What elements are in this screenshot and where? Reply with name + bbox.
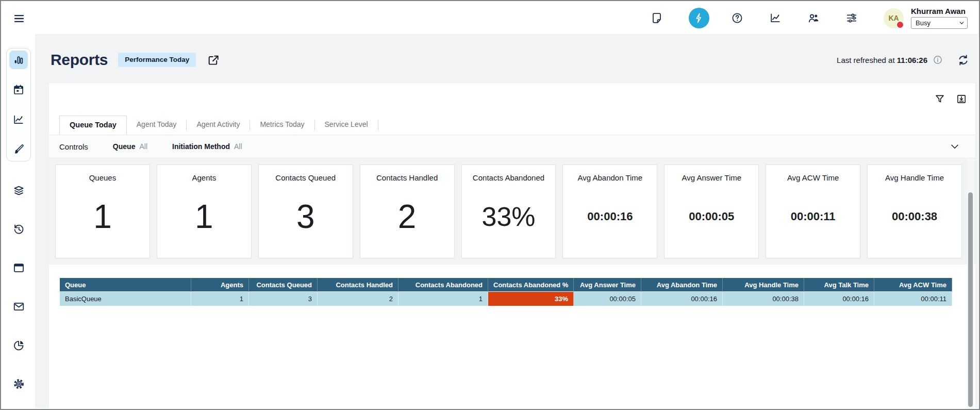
last-refreshed-time: 11:06:26 xyxy=(897,56,927,64)
sidebar xyxy=(2,34,35,408)
metric-value: 00:00:11 xyxy=(791,182,836,258)
metric-card-contacts-queued: Contacts Queued 3 xyxy=(258,165,353,258)
tab-queue-today[interactable]: Queue Today xyxy=(59,116,127,135)
sidebar-secondary xyxy=(11,183,26,410)
page-title: Reports xyxy=(51,51,108,69)
sidebar-nav-card xyxy=(6,48,31,161)
metric-value: 1 xyxy=(93,182,112,258)
lightning-button[interactable] xyxy=(689,8,709,28)
sidebar-item-calendar[interactable] xyxy=(9,80,28,99)
refresh-button[interactable] xyxy=(956,53,970,67)
pie-chart-icon xyxy=(12,339,25,352)
col-avg-abandon-time[interactable]: Avg Abandon Time xyxy=(641,278,723,292)
history-icon xyxy=(12,223,25,236)
queue-filter[interactable]: Queue All xyxy=(113,142,147,151)
last-refreshed-text: Last refreshed at 11:06:26 xyxy=(837,56,927,64)
info-icon[interactable] xyxy=(933,55,943,65)
gear-icon xyxy=(12,378,25,390)
cell-avg-talk-time: 00:00:16 xyxy=(804,292,874,306)
vertical-scrollbar[interactable] xyxy=(967,158,974,408)
col-avg-acw-time[interactable]: Avg ACW Time xyxy=(874,278,952,292)
sliders-icon[interactable] xyxy=(845,12,858,24)
col-contacts-queued[interactable]: Contacts Queued xyxy=(249,278,318,292)
tab-service-level[interactable]: Service Level xyxy=(315,116,378,135)
download-icon[interactable] xyxy=(956,93,967,105)
metric-card-queues: Queues 1 xyxy=(55,165,150,258)
layers-icon xyxy=(12,184,25,197)
metric-label: Contacts Handled xyxy=(376,173,438,182)
avatar[interactable]: KA xyxy=(884,8,904,28)
line-chart-icon xyxy=(12,113,25,126)
help-icon[interactable] xyxy=(731,12,743,24)
metrics-icon[interactable] xyxy=(769,12,782,24)
metric-value: 00:00:38 xyxy=(892,182,937,258)
col-avg-talk-time[interactable]: Avg Talk Time xyxy=(804,278,874,292)
bar-chart-icon xyxy=(12,54,25,66)
user-name: Khurram Awan xyxy=(911,7,966,15)
controls-label: Controls xyxy=(59,142,88,151)
metric-card-avg-handle-time: Avg Handle Time 00:00:38 xyxy=(867,165,962,258)
controls-collapse-button[interactable] xyxy=(949,140,961,153)
metric-card-avg-answer-time: Avg Answer Time 00:00:05 xyxy=(664,165,759,258)
sidebar-item-design[interactable] xyxy=(9,140,28,159)
cell-agents: 1 xyxy=(191,292,249,306)
col-avg-answer-time[interactable]: Avg Answer Time xyxy=(574,278,641,292)
tab-agent-activity[interactable]: Agent Activity xyxy=(187,116,250,135)
tab-metrics-today[interactable]: Metrics Today xyxy=(250,116,314,135)
metric-card-contacts-handled: Contacts Handled 2 xyxy=(360,165,455,258)
sidebar-item-layers[interactable] xyxy=(11,183,26,198)
metric-label: Avg Handle Time xyxy=(885,173,944,182)
col-contacts-handled[interactable]: Contacts Handled xyxy=(318,278,398,292)
metric-card-avg-acw-time: Avg ACW Time 00:00:11 xyxy=(766,165,860,258)
metric-label: Avg Abandon Time xyxy=(578,173,643,182)
hamburger-icon xyxy=(13,12,25,25)
calendar-icon xyxy=(12,84,25,96)
sidebar-item-mail[interactable] xyxy=(11,299,26,314)
initiation-method-filter-name: Initiation Method xyxy=(172,142,230,151)
page-header: Reports Performance Today Last refreshed… xyxy=(51,50,970,70)
scrollbar-thumb[interactable] xyxy=(968,192,973,407)
col-agents[interactable]: Agents xyxy=(191,278,249,292)
cell-contacts-abandoned-pct: 33% xyxy=(488,292,574,306)
window-icon xyxy=(12,261,25,274)
lightning-icon xyxy=(693,12,705,24)
sidebar-item-window[interactable] xyxy=(11,260,26,275)
report-badge: Performance Today xyxy=(118,53,196,67)
queue-filter-value: All xyxy=(139,142,147,151)
cell-avg-acw-time: 00:00:11 xyxy=(874,292,952,306)
sidebar-item-settings[interactable] xyxy=(11,376,26,391)
cell-queue-name: BasicQueue xyxy=(60,292,191,306)
sidebar-item-metrics[interactable] xyxy=(9,110,28,129)
metric-value: 1 xyxy=(195,182,213,258)
sidebar-item-reports[interactable] xyxy=(9,51,28,69)
cell-avg-handle-time: 00:00:38 xyxy=(723,292,804,306)
controls-bar: Controls Queue All Initiation Method All xyxy=(49,135,975,158)
sidebar-item-piechart[interactable] xyxy=(11,337,26,353)
col-queue[interactable]: Queue xyxy=(60,278,191,292)
col-contacts-abandoned-pct[interactable]: Contacts Abandoned % xyxy=(488,278,574,292)
external-link-icon[interactable] xyxy=(206,53,220,67)
sidebar-item-history[interactable] xyxy=(11,221,26,237)
col-contacts-abandoned[interactable]: Contacts Abandoned xyxy=(398,278,488,292)
col-avg-handle-time[interactable]: Avg Handle Time xyxy=(723,278,804,292)
metric-card-avg-abandon-time: Avg Abandon Time 00:00:16 xyxy=(562,165,657,258)
note-icon[interactable] xyxy=(651,12,663,24)
initiation-method-filter[interactable]: Initiation Method All xyxy=(172,142,242,151)
metric-cards: Queues 1 Agents 1 Contacts Queued 3 Cont… xyxy=(49,158,975,265)
metric-label: Contacts Queued xyxy=(275,173,336,182)
panel-actions xyxy=(934,93,967,105)
users-icon[interactable] xyxy=(807,12,820,24)
cell-contacts-abandoned: 1 xyxy=(398,292,488,306)
metric-value: 00:00:16 xyxy=(587,182,633,258)
cell-contacts-queued: 3 xyxy=(249,292,318,306)
hamburger-menu-button[interactable] xyxy=(12,12,26,25)
filter-icon[interactable] xyxy=(934,93,945,105)
metric-value: 33% xyxy=(481,182,535,258)
metric-value: 2 xyxy=(398,182,417,258)
metric-value: 3 xyxy=(296,182,315,258)
app-window: KA Khurram Awan Busy xyxy=(0,0,980,410)
topbar-actions: KA Khurram Awan Busy xyxy=(651,2,968,34)
metric-label: Agents xyxy=(192,173,216,182)
status-select[interactable]: Busy xyxy=(911,17,968,29)
tab-agent-today[interactable]: Agent Today xyxy=(127,116,187,135)
